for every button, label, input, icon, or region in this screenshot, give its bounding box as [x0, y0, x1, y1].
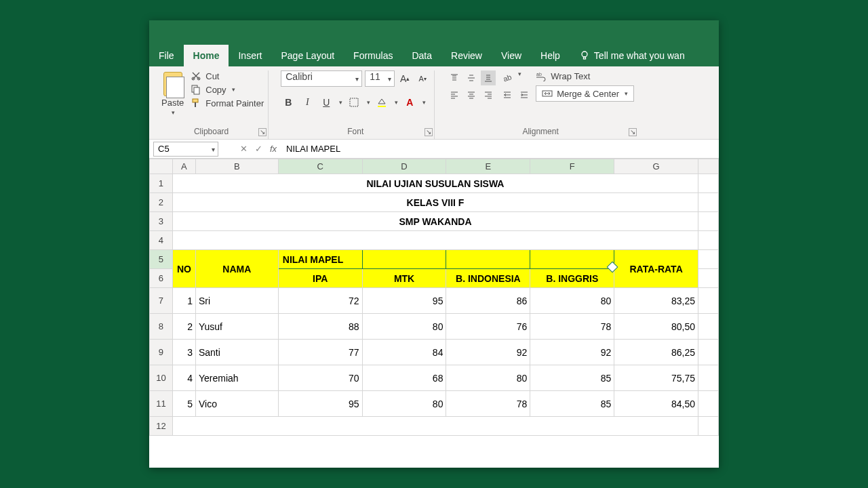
fill-color-button[interactable] — [374, 95, 389, 110]
align-left-button[interactable] — [447, 87, 462, 102]
cell[interactable]: Sri — [195, 288, 278, 314]
selected-cell[interactable] — [530, 250, 614, 269]
cell[interactable]: 92 — [530, 340, 614, 365]
font-color-button[interactable]: A — [402, 95, 417, 110]
cell[interactable]: 86 — [446, 288, 530, 314]
font-family-select[interactable]: Calibri — [281, 70, 362, 87]
row-header[interactable]: 11 — [150, 391, 173, 417]
chevron-down-icon[interactable]: ▾ — [367, 99, 370, 106]
tab-file[interactable]: File — [149, 45, 184, 66]
header-no[interactable]: NO — [172, 250, 195, 288]
spreadsheet-grid[interactable]: A B C D E F G 1NILAI UJIAN SUSULAN SISWA… — [149, 159, 719, 468]
chevron-down-icon[interactable]: ▾ — [422, 99, 426, 106]
tab-review[interactable]: Review — [441, 45, 492, 66]
cell[interactable]: 95 — [362, 288, 446, 314]
header-rata[interactable]: RATA-RATA — [614, 250, 698, 288]
cell[interactable]: 85 — [530, 391, 614, 417]
increase-font-button[interactable]: A▴ — [397, 71, 412, 86]
cell[interactable]: 1 — [172, 288, 195, 314]
font-size-select[interactable]: 11 — [365, 70, 395, 87]
cell[interactable]: 2 — [172, 314, 195, 340]
header-ipa[interactable]: IPA — [278, 269, 362, 288]
tab-formulas[interactable]: Formulas — [344, 45, 402, 66]
border-button[interactable] — [347, 95, 361, 110]
row-header[interactable]: 9 — [150, 340, 173, 365]
selected-cell[interactable] — [362, 250, 446, 269]
cell[interactable]: 76 — [446, 314, 530, 340]
row-header[interactable]: 8 — [150, 314, 173, 340]
cut-button[interactable]: Cut — [191, 70, 264, 81]
decrease-font-button[interactable]: A▾ — [415, 71, 430, 86]
cell[interactable]: 75,75 — [614, 365, 698, 391]
cell[interactable]: 77 — [278, 340, 362, 365]
tab-home[interactable]: Home — [184, 45, 229, 66]
increase-indent-button[interactable] — [517, 87, 532, 102]
cell[interactable]: Yusuf — [195, 314, 278, 340]
header-bing[interactable]: B. INGGRIS — [530, 269, 614, 288]
cell[interactable]: 84 — [362, 340, 446, 365]
paste-button[interactable]: Paste ▾ — [159, 70, 186, 117]
cell[interactable]: 88 — [278, 314, 362, 340]
col-header[interactable]: F — [530, 159, 614, 174]
tab-tell-me[interactable]: Tell me what you wan — [570, 45, 694, 66]
header-mtk[interactable]: MTK — [362, 269, 446, 288]
alignment-launcher[interactable]: ↘ — [629, 128, 637, 136]
header-nama[interactable]: NAMA — [195, 250, 278, 288]
row-header[interactable]: 2 — [150, 193, 173, 212]
cell[interactable]: 85 — [530, 365, 614, 391]
cell[interactable]: 83,25 — [614, 288, 698, 314]
italic-button[interactable]: I — [300, 95, 315, 110]
cell[interactable]: 84,50 — [614, 391, 698, 417]
tab-help[interactable]: Help — [531, 45, 570, 66]
cell[interactable]: 3 — [172, 340, 195, 365]
row-header[interactable]: 7 — [150, 288, 173, 314]
cell[interactable]: 80 — [530, 288, 614, 314]
tab-insert[interactable]: Insert — [229, 45, 271, 66]
cancel-button[interactable]: ✕ — [236, 144, 251, 154]
empty-cell[interactable] — [172, 417, 698, 436]
merge-center-button[interactable]: Merge & Center ▾ — [536, 85, 634, 102]
formula-input[interactable]: NILAI MAPEL — [281, 144, 719, 154]
empty-cell[interactable] — [172, 231, 698, 250]
row-header[interactable]: 6 — [150, 269, 173, 288]
row-header[interactable]: 4 — [150, 231, 173, 250]
cell[interactable]: 70 — [278, 365, 362, 391]
cell[interactable]: 4 — [172, 365, 195, 391]
chevron-down-icon[interactable]: ▾ — [518, 70, 521, 85]
cell[interactable]: 95 — [278, 391, 362, 417]
chevron-down-icon[interactable]: ▾ — [395, 99, 398, 106]
subtitle-cell[interactable]: SMP WAKANDA — [172, 212, 698, 231]
cell[interactable]: 80 — [446, 365, 530, 391]
tab-page-layout[interactable]: Page Layout — [271, 45, 344, 66]
cell[interactable]: Yeremiah — [195, 365, 278, 391]
cell[interactable]: Vico — [195, 391, 278, 417]
col-header[interactable]: E — [446, 159, 530, 174]
enter-button[interactable]: ✓ — [251, 144, 266, 154]
clipboard-launcher[interactable]: ↘ — [258, 128, 267, 136]
row-header[interactable]: 12 — [150, 417, 173, 436]
align-center-button[interactable] — [464, 87, 479, 102]
row-header[interactable]: 1 — [150, 174, 173, 193]
row-header[interactable]: 3 — [150, 212, 173, 231]
copy-button[interactable]: Copy ▾ — [191, 84, 264, 95]
fx-button[interactable]: fx — [266, 144, 281, 154]
align-top-button[interactable] — [447, 70, 462, 85]
header-nilai-mapel[interactable]: NILAI MAPEL — [278, 250, 362, 269]
chevron-down-icon[interactable]: ▾ — [339, 99, 342, 106]
col-header[interactable]: A — [172, 159, 195, 174]
cell[interactable]: 86,25 — [614, 340, 698, 365]
col-header[interactable]: C — [278, 159, 362, 174]
row-header[interactable]: 10 — [150, 365, 173, 391]
wrap-text-button[interactable]: ab Wrap Text — [536, 70, 634, 81]
decrease-indent-button[interactable] — [500, 87, 515, 102]
cell[interactable]: 78 — [530, 314, 614, 340]
select-all-cell[interactable] — [150, 159, 173, 174]
cell[interactable]: Santi — [195, 340, 278, 365]
align-bottom-button[interactable] — [481, 70, 496, 85]
col-header[interactable]: B — [195, 159, 278, 174]
orientation-button[interactable]: ab — [500, 70, 515, 85]
align-middle-button[interactable] — [464, 70, 479, 85]
font-launcher[interactable]: ↘ — [425, 128, 433, 136]
cell[interactable]: 78 — [446, 391, 530, 417]
header-bindo[interactable]: B. INDONESIA — [446, 269, 530, 288]
